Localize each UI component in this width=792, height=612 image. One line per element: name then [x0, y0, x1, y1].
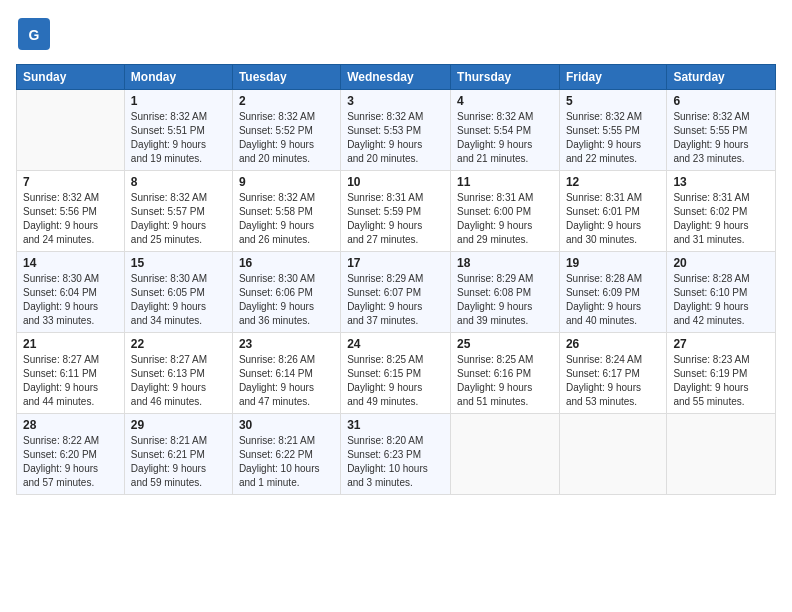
day-info: Sunrise: 8:27 AM Sunset: 6:13 PM Dayligh… [131, 353, 226, 409]
calendar-week-row: 1Sunrise: 8:32 AM Sunset: 5:51 PM Daylig… [17, 90, 776, 171]
calendar-cell: 23Sunrise: 8:26 AM Sunset: 6:14 PM Dayli… [232, 333, 340, 414]
calendar-cell: 31Sunrise: 8:20 AM Sunset: 6:23 PM Dayli… [341, 414, 451, 495]
day-info: Sunrise: 8:30 AM Sunset: 6:06 PM Dayligh… [239, 272, 334, 328]
svg-text:G: G [29, 27, 40, 43]
calendar-cell: 30Sunrise: 8:21 AM Sunset: 6:22 PM Dayli… [232, 414, 340, 495]
day-info: Sunrise: 8:21 AM Sunset: 6:21 PM Dayligh… [131, 434, 226, 490]
calendar-cell: 25Sunrise: 8:25 AM Sunset: 6:16 PM Dayli… [451, 333, 560, 414]
calendar-cell: 20Sunrise: 8:28 AM Sunset: 6:10 PM Dayli… [667, 252, 776, 333]
day-number: 5 [566, 94, 660, 108]
calendar-cell [559, 414, 666, 495]
day-number: 14 [23, 256, 118, 270]
calendar-day-header: Tuesday [232, 65, 340, 90]
calendar-cell [451, 414, 560, 495]
calendar-cell: 5Sunrise: 8:32 AM Sunset: 5:55 PM Daylig… [559, 90, 666, 171]
calendar-cell: 26Sunrise: 8:24 AM Sunset: 6:17 PM Dayli… [559, 333, 666, 414]
calendar-cell: 11Sunrise: 8:31 AM Sunset: 6:00 PM Dayli… [451, 171, 560, 252]
day-number: 24 [347, 337, 444, 351]
day-number: 22 [131, 337, 226, 351]
day-number: 10 [347, 175, 444, 189]
day-info: Sunrise: 8:26 AM Sunset: 6:14 PM Dayligh… [239, 353, 334, 409]
calendar-cell: 3Sunrise: 8:32 AM Sunset: 5:53 PM Daylig… [341, 90, 451, 171]
day-number: 21 [23, 337, 118, 351]
header: G [16, 16, 776, 56]
day-info: Sunrise: 8:29 AM Sunset: 6:07 PM Dayligh… [347, 272, 444, 328]
calendar-day-header: Friday [559, 65, 666, 90]
logo-icon: G [16, 16, 52, 52]
calendar-week-row: 14Sunrise: 8:30 AM Sunset: 6:04 PM Dayli… [17, 252, 776, 333]
calendar-table: SundayMondayTuesdayWednesdayThursdayFrid… [16, 64, 776, 495]
day-number: 28 [23, 418, 118, 432]
calendar-cell [667, 414, 776, 495]
day-info: Sunrise: 8:25 AM Sunset: 6:15 PM Dayligh… [347, 353, 444, 409]
day-info: Sunrise: 8:30 AM Sunset: 6:05 PM Dayligh… [131, 272, 226, 328]
calendar-cell: 27Sunrise: 8:23 AM Sunset: 6:19 PM Dayli… [667, 333, 776, 414]
calendar-cell: 22Sunrise: 8:27 AM Sunset: 6:13 PM Dayli… [124, 333, 232, 414]
day-number: 9 [239, 175, 334, 189]
day-number: 13 [673, 175, 769, 189]
day-number: 1 [131, 94, 226, 108]
calendar-day-header: Thursday [451, 65, 560, 90]
day-info: Sunrise: 8:28 AM Sunset: 6:09 PM Dayligh… [566, 272, 660, 328]
day-number: 8 [131, 175, 226, 189]
day-info: Sunrise: 8:32 AM Sunset: 5:57 PM Dayligh… [131, 191, 226, 247]
calendar-day-header: Saturday [667, 65, 776, 90]
day-number: 20 [673, 256, 769, 270]
calendar-cell: 21Sunrise: 8:27 AM Sunset: 6:11 PM Dayli… [17, 333, 125, 414]
day-number: 17 [347, 256, 444, 270]
day-info: Sunrise: 8:32 AM Sunset: 5:53 PM Dayligh… [347, 110, 444, 166]
calendar-week-row: 21Sunrise: 8:27 AM Sunset: 6:11 PM Dayli… [17, 333, 776, 414]
day-info: Sunrise: 8:32 AM Sunset: 5:56 PM Dayligh… [23, 191, 118, 247]
calendar-cell: 6Sunrise: 8:32 AM Sunset: 5:55 PM Daylig… [667, 90, 776, 171]
day-number: 18 [457, 256, 553, 270]
calendar-day-header: Sunday [17, 65, 125, 90]
day-info: Sunrise: 8:23 AM Sunset: 6:19 PM Dayligh… [673, 353, 769, 409]
calendar-week-row: 7Sunrise: 8:32 AM Sunset: 5:56 PM Daylig… [17, 171, 776, 252]
calendar-cell: 24Sunrise: 8:25 AM Sunset: 6:15 PM Dayli… [341, 333, 451, 414]
day-number: 16 [239, 256, 334, 270]
calendar-cell: 4Sunrise: 8:32 AM Sunset: 5:54 PM Daylig… [451, 90, 560, 171]
day-number: 15 [131, 256, 226, 270]
day-info: Sunrise: 8:31 AM Sunset: 6:01 PM Dayligh… [566, 191, 660, 247]
day-info: Sunrise: 8:30 AM Sunset: 6:04 PM Dayligh… [23, 272, 118, 328]
day-info: Sunrise: 8:29 AM Sunset: 6:08 PM Dayligh… [457, 272, 553, 328]
calendar-cell: 15Sunrise: 8:30 AM Sunset: 6:05 PM Dayli… [124, 252, 232, 333]
calendar-header-row: SundayMondayTuesdayWednesdayThursdayFrid… [17, 65, 776, 90]
page: G SundayMondayTuesdayWednesdayThursdayFr… [0, 0, 792, 612]
calendar-week-row: 28Sunrise: 8:22 AM Sunset: 6:20 PM Dayli… [17, 414, 776, 495]
day-info: Sunrise: 8:22 AM Sunset: 6:20 PM Dayligh… [23, 434, 118, 490]
calendar-cell: 8Sunrise: 8:32 AM Sunset: 5:57 PM Daylig… [124, 171, 232, 252]
day-number: 3 [347, 94, 444, 108]
day-info: Sunrise: 8:20 AM Sunset: 6:23 PM Dayligh… [347, 434, 444, 490]
day-number: 30 [239, 418, 334, 432]
calendar-cell: 16Sunrise: 8:30 AM Sunset: 6:06 PM Dayli… [232, 252, 340, 333]
day-info: Sunrise: 8:32 AM Sunset: 5:55 PM Dayligh… [673, 110, 769, 166]
logo: G [16, 16, 56, 56]
calendar-cell: 2Sunrise: 8:32 AM Sunset: 5:52 PM Daylig… [232, 90, 340, 171]
day-info: Sunrise: 8:32 AM Sunset: 5:55 PM Dayligh… [566, 110, 660, 166]
day-number: 4 [457, 94, 553, 108]
day-number: 19 [566, 256, 660, 270]
day-info: Sunrise: 8:28 AM Sunset: 6:10 PM Dayligh… [673, 272, 769, 328]
calendar-cell: 10Sunrise: 8:31 AM Sunset: 5:59 PM Dayli… [341, 171, 451, 252]
day-number: 7 [23, 175, 118, 189]
calendar-cell: 7Sunrise: 8:32 AM Sunset: 5:56 PM Daylig… [17, 171, 125, 252]
day-info: Sunrise: 8:31 AM Sunset: 6:00 PM Dayligh… [457, 191, 553, 247]
day-info: Sunrise: 8:25 AM Sunset: 6:16 PM Dayligh… [457, 353, 553, 409]
day-info: Sunrise: 8:31 AM Sunset: 6:02 PM Dayligh… [673, 191, 769, 247]
day-number: 6 [673, 94, 769, 108]
calendar-cell: 18Sunrise: 8:29 AM Sunset: 6:08 PM Dayli… [451, 252, 560, 333]
calendar-day-header: Monday [124, 65, 232, 90]
calendar-cell: 17Sunrise: 8:29 AM Sunset: 6:07 PM Dayli… [341, 252, 451, 333]
day-number: 31 [347, 418, 444, 432]
calendar-cell [17, 90, 125, 171]
calendar-cell: 1Sunrise: 8:32 AM Sunset: 5:51 PM Daylig… [124, 90, 232, 171]
day-number: 2 [239, 94, 334, 108]
day-info: Sunrise: 8:24 AM Sunset: 6:17 PM Dayligh… [566, 353, 660, 409]
day-number: 27 [673, 337, 769, 351]
calendar-cell: 29Sunrise: 8:21 AM Sunset: 6:21 PM Dayli… [124, 414, 232, 495]
calendar-cell: 9Sunrise: 8:32 AM Sunset: 5:58 PM Daylig… [232, 171, 340, 252]
day-info: Sunrise: 8:32 AM Sunset: 5:54 PM Dayligh… [457, 110, 553, 166]
calendar-cell: 14Sunrise: 8:30 AM Sunset: 6:04 PM Dayli… [17, 252, 125, 333]
calendar-cell: 19Sunrise: 8:28 AM Sunset: 6:09 PM Dayli… [559, 252, 666, 333]
